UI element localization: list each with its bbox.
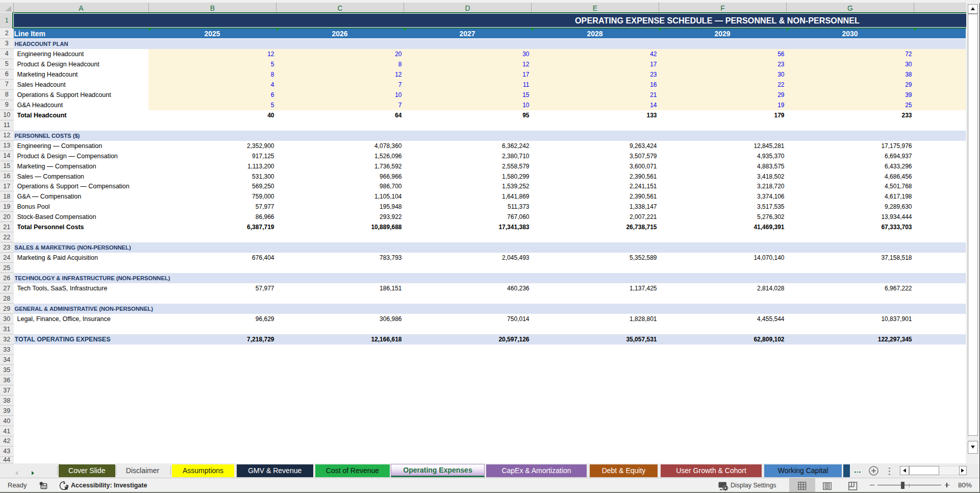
- column-header-A[interactable]: A: [14, 3, 148, 12]
- row-header-29[interactable]: 29: [0, 304, 14, 314]
- cell-r24-2029[interactable]: 14,070,140: [659, 253, 785, 263]
- cell-r13-2025[interactable]: 2,352,900: [148, 141, 274, 151]
- cell-r5-2026[interactable]: 8: [276, 59, 402, 69]
- cell-r24-2030[interactable]: 37,158,518: [786, 253, 912, 263]
- cell-r14-2030[interactable]: 6,694,937: [786, 151, 912, 161]
- row-header-4[interactable]: 4: [0, 49, 14, 59]
- cell-r10-2029[interactable]: 179: [659, 110, 785, 120]
- cell-r24-2028[interactable]: 5,352,589: [531, 253, 657, 263]
- cell-r6-2028[interactable]: 23: [531, 69, 657, 80]
- cell-r7-2026[interactable]: 7: [276, 80, 402, 90]
- cell-r15-2030[interactable]: 6,433,296: [786, 161, 912, 171]
- cell-r9-2027[interactable]: 10: [404, 100, 530, 110]
- cell-r21-2028[interactable]: 26,738,715: [531, 222, 657, 232]
- cell-r18-2030[interactable]: 4,617,198: [786, 191, 912, 202]
- macro-record-icon[interactable]: [39, 482, 47, 491]
- cell-r30-2030[interactable]: 10,837,901: [786, 314, 912, 324]
- cell-r8-2030[interactable]: 39: [786, 90, 912, 100]
- cell-r9-2028[interactable]: 14: [531, 100, 657, 110]
- cell-r27-2027[interactable]: 460,236: [404, 283, 530, 293]
- cell-r20-2029[interactable]: 5,276,302: [659, 212, 785, 222]
- cell-r17-2027[interactable]: 1,539,252: [404, 181, 530, 191]
- row-header-36[interactable]: 36: [0, 375, 14, 385]
- cell-r18-2029[interactable]: 3,374,106: [659, 191, 785, 202]
- cell-r9-2029[interactable]: 19: [659, 100, 785, 110]
- row-header-6[interactable]: 6: [0, 69, 14, 80]
- row-header-13[interactable]: 13: [0, 141, 14, 151]
- cell-r20-2027[interactable]: 767,060: [404, 212, 530, 222]
- cell-r8-2027[interactable]: 15: [404, 90, 530, 100]
- cell-r17-2030[interactable]: 4,501,768: [786, 181, 912, 191]
- cell-r21-2030[interactable]: 67,333,703: [786, 222, 912, 232]
- cell-r6-2029[interactable]: 30: [659, 69, 785, 80]
- row-header-3[interactable]: 3: [0, 39, 14, 49]
- view-normal-icon[interactable]: [798, 482, 807, 491]
- cell-r7-2030[interactable]: 29: [786, 80, 912, 90]
- cell-r13-2030[interactable]: 17,175,976: [786, 141, 912, 151]
- row-header-27[interactable]: 27: [0, 283, 14, 293]
- sheet-tab-cover-slide[interactable]: Cover Slide: [59, 464, 116, 477]
- row-header-42[interactable]: 42: [0, 436, 14, 447]
- row-header-32[interactable]: 32: [0, 334, 14, 344]
- cell-r10-2026[interactable]: 64: [276, 110, 402, 120]
- cell-r5-2025[interactable]: 5: [148, 59, 274, 69]
- cell-r15-2029[interactable]: 4,883,575: [659, 161, 785, 171]
- cell-r14-2025[interactable]: 917,125: [148, 151, 274, 161]
- row-header-37[interactable]: 37: [0, 385, 14, 396]
- sheet-tab-working-capital[interactable]: Working Capital: [764, 464, 842, 477]
- row-header-31[interactable]: 31: [0, 324, 14, 334]
- cell-r4-2027[interactable]: 30: [404, 49, 530, 59]
- cell-r17-2028[interactable]: 2,241,151: [531, 181, 657, 191]
- cell-r4-2029[interactable]: 56: [659, 49, 785, 59]
- cell-r4-2026[interactable]: 20: [276, 49, 402, 59]
- new-sheet-button[interactable]: [869, 466, 878, 478]
- cell-r15-2027[interactable]: 2,558,579: [404, 161, 530, 171]
- line-item-header[interactable]: Line Item: [14, 29, 116, 39]
- cell-r13-2028[interactable]: 9,263,424: [531, 141, 657, 151]
- column-header-C[interactable]: C: [276, 3, 404, 12]
- cell-r16-2026[interactable]: 966,966: [276, 171, 402, 182]
- scroll-up-button[interactable]: [968, 4, 978, 14]
- cell-r19-2025[interactable]: 57,977: [148, 202, 274, 212]
- row-header-39[interactable]: 39: [0, 406, 14, 416]
- cell-r16-2030[interactable]: 4,686,456: [786, 171, 912, 182]
- cell-r13-2029[interactable]: 12,845,281: [659, 141, 785, 151]
- row-header-30[interactable]: 30: [0, 314, 14, 324]
- row-header-40[interactable]: 40: [0, 416, 14, 426]
- tab-menu-dots[interactable]: [889, 474, 890, 475]
- row-label-23[interactable]: SALES & MARKETING (NON-PERSONNEL): [15, 242, 321, 253]
- cell-r19-2026[interactable]: 195,948: [276, 202, 402, 212]
- column-header-G[interactable]: G: [786, 3, 914, 12]
- sheet-tab-operating-expenses[interactable]: Operating Expenses: [391, 464, 485, 477]
- column-header-B[interactable]: B: [148, 3, 276, 12]
- tab-scroll-left-icon[interactable]: [15, 471, 18, 475]
- cell-r17-2029[interactable]: 3,218,720: [659, 181, 785, 191]
- cell-r10-2028[interactable]: 133: [531, 110, 657, 120]
- cell-r5-2028[interactable]: 17: [531, 59, 657, 69]
- year-header-2026[interactable]: 2026: [276, 29, 404, 39]
- cell-r4-2028[interactable]: 42: [531, 49, 657, 59]
- row-header-9[interactable]: 9: [0, 100, 14, 110]
- tab-overflow-dots[interactable]: [855, 472, 856, 473]
- select-all-button[interactable]: [0, 3, 14, 12]
- tab-menu-dots[interactable]: [889, 471, 890, 472]
- row-header-23[interactable]: 23: [0, 242, 14, 253]
- cell-r7-2028[interactable]: 16: [531, 80, 657, 90]
- cell-r21-2029[interactable]: 41,469,391: [659, 222, 785, 232]
- row-header-44[interactable]: 44: [0, 457, 14, 463]
- cell-r14-2028[interactable]: 3,507,579: [531, 151, 657, 161]
- row-header-7[interactable]: 7: [0, 80, 14, 90]
- cell-r9-2030[interactable]: 25: [786, 100, 912, 110]
- hscroll-right-button[interactable]: [959, 466, 967, 475]
- hscroll-track[interactable]: [939, 466, 959, 475]
- sheet-tab-disclaimer[interactable]: Disclaimer: [116, 464, 169, 477]
- cell-r10-2025[interactable]: 40: [148, 110, 274, 120]
- cell-r7-2027[interactable]: 11: [404, 80, 530, 90]
- row-header-16[interactable]: 16: [0, 171, 14, 182]
- cell-r10-2027[interactable]: 95: [404, 110, 530, 120]
- cell-r24-2027[interactable]: 2,045,493: [404, 253, 530, 263]
- cell-r30-2028[interactable]: 1,828,801: [531, 314, 657, 324]
- cell-r27-2030[interactable]: 6,967,222: [786, 283, 912, 293]
- row-header-8[interactable]: 8: [0, 90, 14, 100]
- row-header-14[interactable]: 14: [0, 151, 14, 161]
